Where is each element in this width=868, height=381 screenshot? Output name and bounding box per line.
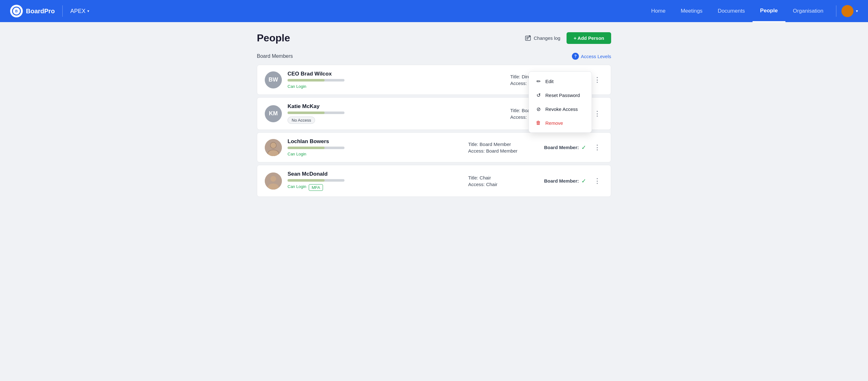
title-row-lochlan: Title: Board Member xyxy=(468,142,544,147)
name-sean-mcdonald: Sean McDonald xyxy=(287,171,449,177)
access-label-katie: Access: xyxy=(510,114,528,120)
progress-katie-mckay xyxy=(287,111,344,114)
role-sean: Board Member: ✓ xyxy=(544,178,586,184)
badges-katie-mckay: No Access xyxy=(287,116,491,124)
nav-meetings[interactable]: Meetings xyxy=(673,0,710,22)
avatar-katie-mckay: KM xyxy=(265,105,282,122)
user-chevron: ▾ xyxy=(856,9,858,13)
nav-home[interactable]: Home xyxy=(644,0,673,22)
revoke-access-label: Revoke Access xyxy=(545,106,578,112)
logo-icon: B xyxy=(12,7,21,15)
access-label-sean: Access: xyxy=(468,182,486,187)
badge-can-login-brad: Can Login xyxy=(287,84,306,89)
progress-fill-katie xyxy=(287,111,324,114)
navbar: B BoardPro APEX ▾ Home Meetings Document… xyxy=(0,0,868,22)
initials-bw: BW xyxy=(269,76,278,83)
changes-log-button[interactable]: L Changes log xyxy=(525,35,560,41)
changes-log-label: Changes log xyxy=(534,35,560,41)
title-row-sean: Title: Chair xyxy=(468,175,544,180)
person-row-lochlan-bowers: Lochlan Bowers Can Login Title: Board Me… xyxy=(257,132,611,162)
dropdown-remove[interactable]: 🗑 Remove xyxy=(529,116,592,130)
info-sean-mcdonald: Sean McDonald Can Login MFA xyxy=(287,171,449,191)
title-label-brad: Title: xyxy=(510,74,522,79)
user-avatar xyxy=(841,5,854,17)
title-value-sean: Chair xyxy=(479,175,491,180)
nav-divider-1 xyxy=(62,5,63,17)
nav-documents[interactable]: Documents xyxy=(710,0,752,22)
title-label-sean: Title: xyxy=(468,175,479,180)
name-brad-wilcox: CEO Brad Wilcox xyxy=(287,71,491,77)
nav-people[interactable]: People xyxy=(752,0,785,22)
dropdown-revoke-access[interactable]: ⊘ Revoke Access xyxy=(529,102,592,116)
title-label-lochlan: Title: xyxy=(468,142,479,147)
page-actions: L Changes log + Add Person xyxy=(525,32,611,44)
access-value-lochlan: Board Member xyxy=(486,148,518,153)
help-icon: ? xyxy=(572,53,579,60)
person-row-brad-wilcox: BW CEO Brad Wilcox Can Login Title: Dire… xyxy=(257,65,611,95)
org-name: APEX xyxy=(70,8,85,14)
badges-lochlan-bowers: Can Login xyxy=(287,152,449,157)
more-button-brad[interactable]: ⋮ xyxy=(591,75,603,85)
badges-sean-mcdonald: Can Login MFA xyxy=(287,184,449,191)
brand-logo[interactable]: B BoardPro xyxy=(10,5,55,18)
person-row-sean-mcdonald: Sean McDonald Can Login MFA Title: Chair… xyxy=(257,165,611,197)
section-title: Board Members xyxy=(257,54,293,59)
progress-sean-mcdonald xyxy=(287,179,344,182)
reset-password-label: Reset Password xyxy=(545,93,580,98)
edit-label: Edit xyxy=(545,79,554,84)
nav-divider-2 xyxy=(836,5,836,17)
help-symbol: ? xyxy=(574,54,576,59)
dropdown-menu-brad: ✏ Edit ↺ Reset Password ⊘ Revoke Access … xyxy=(529,71,592,133)
avatar-img-sean xyxy=(265,172,282,189)
section-header: Board Members ? Access Levels xyxy=(257,53,611,60)
edit-icon: ✏ xyxy=(535,78,541,84)
user-menu[interactable]: ▾ xyxy=(841,5,858,17)
page-title: People xyxy=(257,32,290,44)
dropdown-reset-password[interactable]: ↺ Reset Password xyxy=(529,88,592,102)
org-selector[interactable]: APEX ▾ xyxy=(70,8,89,14)
add-person-button[interactable]: + Add Person xyxy=(566,32,611,44)
dropdown-edit[interactable]: ✏ Edit xyxy=(529,74,592,88)
remove-icon: 🗑 xyxy=(535,120,541,126)
svg-point-11 xyxy=(271,142,276,148)
brand-name: BoardPro xyxy=(26,8,55,15)
badge-can-login-sean: Can Login xyxy=(287,184,306,191)
remove-label: Remove xyxy=(545,120,563,126)
avatar-lochlan-bowers xyxy=(265,139,282,156)
name-katie-mckay: Katie McKay xyxy=(287,103,491,110)
meta-lochlan-bowers: Title: Board Member Access: Board Member xyxy=(468,142,544,153)
meta-sean-mcdonald: Title: Chair Access: Chair xyxy=(468,175,544,187)
title-label-katie: Title: xyxy=(510,108,522,113)
role-check-sean: ✓ xyxy=(581,178,586,184)
access-value-sean: Chair xyxy=(486,182,498,187)
reset-password-icon: ↺ xyxy=(535,92,541,98)
initials-km: KM xyxy=(269,110,278,117)
info-katie-mckay: Katie McKay No Access xyxy=(287,103,491,124)
badges-brad-wilcox: Can Login xyxy=(287,84,491,89)
progress-lochlan-bowers xyxy=(287,147,344,149)
badge-can-login-lochlan: Can Login xyxy=(287,152,306,157)
access-row-sean: Access: Chair xyxy=(468,182,544,187)
access-label-lochlan: Access: xyxy=(468,148,486,153)
role-lochlan: Board Member: ✓ xyxy=(544,144,586,151)
info-lochlan-bowers: Lochlan Bowers Can Login xyxy=(287,138,449,157)
more-button-lochlan[interactable]: ⋮ xyxy=(591,143,603,152)
progress-fill-lochlan xyxy=(287,147,324,149)
badge-no-access-katie: No Access xyxy=(287,116,315,124)
svg-point-0 xyxy=(845,7,850,12)
avatar-sean-mcdonald xyxy=(265,172,282,189)
page-header: People L Changes log + Add Person xyxy=(257,32,611,44)
nav-organisation[interactable]: Organisation xyxy=(785,0,831,22)
info-brad-wilcox: CEO Brad Wilcox Can Login xyxy=(287,71,491,89)
avatar-brad-wilcox: BW xyxy=(265,71,282,89)
page-content: People L Changes log + Add Person Board … xyxy=(244,22,624,209)
access-levels-link[interactable]: ? Access Levels xyxy=(572,53,611,60)
access-levels-label: Access Levels xyxy=(581,54,611,59)
role-label-sean: Board Member: xyxy=(544,178,579,183)
role-check-lochlan: ✓ xyxy=(581,144,586,151)
badge-mfa-sean: MFA xyxy=(309,184,323,191)
progress-fill-brad-wilcox xyxy=(287,79,324,81)
logo-circle: B xyxy=(10,5,23,18)
more-button-sean[interactable]: ⋮ xyxy=(591,176,603,186)
more-button-katie[interactable]: ⋮ xyxy=(591,109,603,118)
